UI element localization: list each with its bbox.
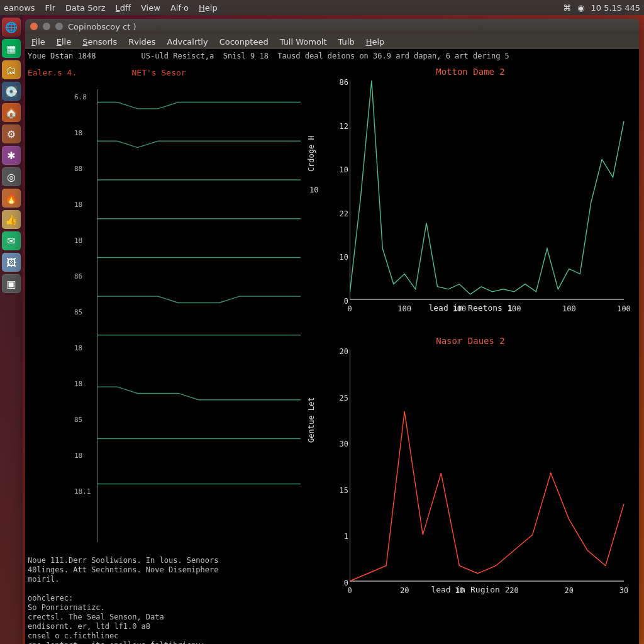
- share-icon[interactable]: ⌘: [563, 3, 571, 13]
- menu-item[interactable]: eanows: [4, 3, 35, 13]
- tick-label: 20: [331, 347, 348, 356]
- launcher-puzzle-icon[interactable]: ✱: [2, 146, 21, 165]
- tick-label: 18: [74, 201, 91, 209]
- desktop: 🌐 ▦ 🗂 💽 🏠 ⚙ ✱ ◎ 🔥 👍 ✉ 🖼 ▣ Copinobscoy ct…: [0, 15, 644, 644]
- tick-label: 100: [453, 304, 467, 313]
- launcher-fire-icon[interactable]: 🔥: [2, 189, 21, 208]
- tick-label: 85: [74, 416, 91, 424]
- launcher-terminal-icon[interactable]: ▣: [2, 274, 21, 293]
- tick-label: 18: [74, 129, 91, 137]
- tick-label: 20: [509, 586, 518, 595]
- plot1-xlabel: lead in Reetons 1: [309, 303, 631, 313]
- tick-label: 20: [565, 586, 574, 595]
- window-menubar: File Elle Sensorls Rvides Advcalrtly Coc…: [25, 34, 639, 49]
- tick-label: 0: [331, 579, 348, 587]
- menu-adv[interactable]: Advcalrtly: [167, 37, 208, 47]
- left-header-b: NET's Sesor: [132, 68, 186, 77]
- tick-label: 18: [74, 344, 91, 352]
- tick-label: 25: [331, 394, 348, 402]
- menu-item[interactable]: Help: [199, 3, 218, 13]
- left-plot: [97, 89, 301, 542]
- launcher-hand-icon[interactable]: 👍: [2, 210, 21, 229]
- left-yticks: 6.81888181886851818851818.1: [74, 93, 91, 496]
- tick-label: 18.1: [74, 487, 91, 496]
- plot2-title: Nasor Daues 2: [309, 336, 631, 346]
- launcher-settings-icon[interactable]: ⚙: [2, 125, 21, 143]
- tick-label: 100: [508, 304, 521, 313]
- menu-help[interactable]: Help: [366, 37, 385, 47]
- launcher-gear-icon[interactable]: ◎: [2, 167, 21, 186]
- menu-item[interactable]: Flr: [45, 3, 55, 13]
- tick-label: 20: [400, 586, 409, 595]
- launcher-home-icon[interactable]: 🏠: [2, 103, 21, 122]
- close-icon[interactable]: [30, 23, 38, 30]
- left-header-a: Ealer.s 4.: [28, 68, 77, 77]
- tick-label: 18: [74, 236, 91, 245]
- desktop-menubar: eanows Flr Data Sorz Ldff View Alf·o Hel…: [0, 0, 644, 15]
- launcher-globe-icon[interactable]: 🌐: [2, 18, 21, 36]
- clock: 10 5.1S 445: [591, 3, 640, 13]
- tick-label: 85: [74, 308, 91, 316]
- tick-label: 10: [331, 165, 348, 174]
- launcher-dock: 🌐 ▦ 🗂 💽 🏠 ⚙ ✱ ◎ 🔥 👍 ✉ 🖼 ▣: [0, 15, 23, 644]
- launcher-disk-icon[interactable]: 💽: [2, 82, 21, 101]
- menu-elle[interactable]: Elle: [57, 37, 71, 47]
- launcher-files-icon[interactable]: 🗂: [2, 60, 21, 79]
- menu-tull[interactable]: Tull Womolt: [280, 37, 327, 47]
- menu-item[interactable]: View: [141, 3, 160, 13]
- app-window: Copinobscoy ct ) File Elle Sensorls Rvid…: [25, 19, 639, 644]
- left-panel: Ealer.s 4. NET's Sesor 6.818881818868518…: [28, 68, 304, 552]
- menu-sensors[interactable]: Sensorls: [82, 37, 117, 47]
- tick-label: 86: [331, 78, 348, 87]
- tick-label: 30: [331, 440, 348, 448]
- plot2-svg: [350, 347, 626, 584]
- network-icon[interactable]: ◉: [577, 3, 584, 13]
- plot1-title: Motton Dame 2: [309, 67, 631, 77]
- tick-label: 1: [331, 532, 348, 541]
- tick-label: 88: [74, 165, 91, 173]
- tick-label: 10: [455, 586, 464, 595]
- launcher-apps-icon[interactable]: ▦: [2, 39, 21, 58]
- tick-label: 15: [331, 486, 348, 495]
- menu-tulb[interactable]: Tulb: [338, 37, 355, 47]
- window-title: Copinobscoy ct ): [68, 22, 136, 31]
- plot1-ylabel: Crdoge H: [307, 135, 316, 172]
- tick-label: 18: [74, 380, 91, 388]
- tick-label: 100: [617, 304, 631, 313]
- console-output: Noue 111.Derr Sooliwions. In lous. Senoo…: [28, 556, 304, 644]
- menu-cocon[interactable]: Coconpteed: [219, 37, 269, 47]
- tick-label: 0: [347, 586, 352, 595]
- minimize-icon[interactable]: [43, 23, 50, 30]
- launcher-mail-icon[interactable]: ✉: [2, 231, 21, 250]
- menu-item[interactable]: Ldff: [116, 3, 131, 13]
- menu-item[interactable]: Alf·o: [170, 3, 189, 13]
- menu-rvides[interactable]: Rvides: [128, 37, 155, 47]
- plot-motton-dame: Motton Dame 2 Crdoge H 10 86121022100010…: [309, 67, 631, 328]
- tick-label: 100: [397, 304, 411, 313]
- tick-label: 18: [74, 452, 91, 460]
- plot1-svg: [350, 78, 626, 302]
- tick-label: 0: [347, 304, 352, 313]
- menu-item[interactable]: Data Sorz: [65, 3, 106, 13]
- launcher-photo-icon[interactable]: 🖼: [2, 253, 21, 272]
- status-line: Youe Dstan 1848 US-uld Resisct,a Snisl 9…: [28, 52, 634, 60]
- maximize-icon[interactable]: [55, 23, 63, 30]
- plot-nasor-daues: Nasor Daues 2 Gentue Let 202530151002010…: [309, 336, 631, 610]
- menu-file[interactable]: File: [31, 37, 45, 47]
- tick-label: 0: [331, 297, 348, 306]
- tick-label: 100: [562, 304, 576, 313]
- content-area: Youe Dstan 1848 US-uld Resisct,a Snisl 9…: [25, 49, 639, 644]
- plot2-xlabel: lead in Rugion 2: [309, 585, 631, 594]
- tick-label: 6.8: [74, 93, 91, 101]
- tick-label: 12: [331, 122, 348, 131]
- tick-label: 10: [331, 253, 348, 262]
- plot2-ylabel: Gentue Let: [307, 397, 316, 443]
- tick-label: 22: [331, 209, 348, 218]
- plot1-outer-y: 10: [309, 186, 318, 194]
- tick-label: 30: [619, 586, 628, 595]
- tick-label: 86: [74, 272, 91, 280]
- titlebar[interactable]: Copinobscoy ct ): [25, 19, 639, 34]
